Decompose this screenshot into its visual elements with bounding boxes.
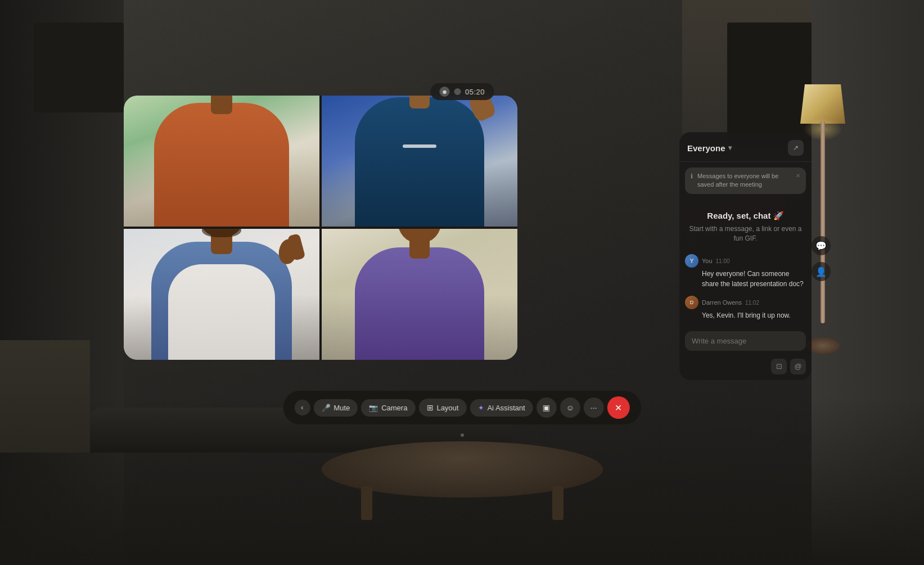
end-call-button[interactable]: ✕ <box>607 396 630 419</box>
lamp-pole <box>821 121 825 323</box>
back-button[interactable]: ‹ <box>294 400 310 415</box>
video-tile-3 <box>124 229 319 360</box>
chat-input-area[interactable] <box>685 331 806 351</box>
chat-panel-button[interactable]: 💬 <box>812 236 831 255</box>
chat-expand-button[interactable]: ↗ <box>788 140 804 156</box>
timer-bar: ⏺ 05:20 <box>430 83 494 100</box>
timer-display: 05:20 <box>465 88 485 96</box>
message-text-2: Yes, Kevin. I'll bring it up now. <box>702 311 806 320</box>
emoji-icon: ☺ <box>566 403 574 412</box>
chat-recipient-selector[interactable]: Everyone ▾ <box>687 143 732 153</box>
chat-notice: ℹ Messages to everyone will be saved aft… <box>685 168 806 194</box>
mute-button[interactable]: 🎤 Mute <box>313 399 358 417</box>
end-call-icon: ✕ <box>615 403 622 413</box>
info-icon: ℹ <box>691 173 693 180</box>
screen-snippet-icon: ⊡ <box>776 362 782 370</box>
right-panel-icons: 💬 👤 <box>812 236 831 281</box>
sender-darren: Darren Owens <box>702 299 742 306</box>
status-dot <box>454 88 461 95</box>
camera-button[interactable]: 📷 Camera <box>361 399 415 417</box>
screen-snippet-button[interactable]: ⊡ <box>771 359 787 374</box>
emoji-button[interactable]: ☺ <box>560 397 580 418</box>
message-header-2: D Darren Owens 11:02 <box>685 296 806 309</box>
message-input[interactable] <box>692 337 799 345</box>
chat-messages-list: Y You 11:00 Hey everyone! Can someone sh… <box>679 248 812 326</box>
layout-icon: ⊞ <box>426 403 433 412</box>
chat-panel: Everyone ▾ ↗ ℹ Messages to everyone will… <box>679 132 812 380</box>
video-grid <box>124 96 517 360</box>
empty-state-subtitle: Start with a message, a link or even a f… <box>687 224 804 243</box>
table-leg-left <box>361 486 372 520</box>
layout-button[interactable]: ⊞ Layout <box>418 399 466 417</box>
message-text-1: Hey everyone! Can someone share the late… <box>702 269 806 289</box>
camera-icon: 📷 <box>369 404 378 412</box>
empty-state-title: Ready, set, chat 🚀 <box>687 211 804 221</box>
camera-label: Camera <box>381 404 407 412</box>
message-header-1: Y You 11:00 <box>685 254 806 268</box>
recipient-label: Everyone <box>687 143 725 153</box>
video-tile-4 <box>322 229 517 360</box>
avatar-you: Y <box>685 254 698 268</box>
mention-button[interactable]: @ <box>790 359 806 374</box>
avatar-darren: D <box>685 296 698 309</box>
control-bar: ‹ 🎤 Mute 📷 Camera ⊞ Layout ✦ Ai Assistan… <box>283 391 641 424</box>
more-icon: ··· <box>591 403 597 412</box>
ai-assistant-button[interactable]: ✦ Ai Assistant <box>470 399 533 417</box>
chat-icon: 💬 <box>815 241 827 251</box>
drag-handle <box>461 433 464 437</box>
time-1: 11:00 <box>716 258 730 264</box>
screen-share-button[interactable]: ▣ <box>537 397 557 418</box>
screen-icon: ▣ <box>543 403 550 412</box>
notice-close-button[interactable]: ✕ <box>796 173 800 179</box>
people-icon: 👤 <box>815 266 827 277</box>
shelf-niche-left <box>34 22 124 112</box>
more-button[interactable]: ··· <box>584 397 604 418</box>
time-2: 11:02 <box>745 300 759 306</box>
mention-icon: @ <box>794 362 801 370</box>
table-leg-right <box>552 486 564 520</box>
sender-you: You <box>702 257 713 264</box>
record-icon: ⏺ <box>439 87 449 97</box>
chat-header: Everyone ▾ ↗ <box>679 132 812 162</box>
ai-label: Ai Assistant <box>488 404 525 412</box>
mute-label: Mute <box>333 404 350 412</box>
microphone-icon: 🎤 <box>321 404 330 412</box>
chat-action-buttons: ⊡ @ <box>679 356 812 380</box>
steps <box>0 340 90 453</box>
chevron-down-icon: ▾ <box>728 144 732 152</box>
video-tile-2 <box>322 96 517 227</box>
chat-empty-state: Ready, set, chat 🚀 Start with a message,… <box>679 200 812 249</box>
ai-icon: ✦ <box>478 404 484 412</box>
layout-label: Layout <box>436 404 458 412</box>
notice-text: Messages to everyone will be saved after… <box>697 172 791 189</box>
people-panel-button[interactable]: 👤 <box>812 262 831 281</box>
video-tile-1 <box>124 96 319 227</box>
expand-icon: ↗ <box>793 144 799 152</box>
chat-message-2: D Darren Owens 11:02 Yes, Kevin. I'll br… <box>685 296 806 320</box>
chat-message-1: Y You 11:00 Hey everyone! Can someone sh… <box>685 254 806 289</box>
